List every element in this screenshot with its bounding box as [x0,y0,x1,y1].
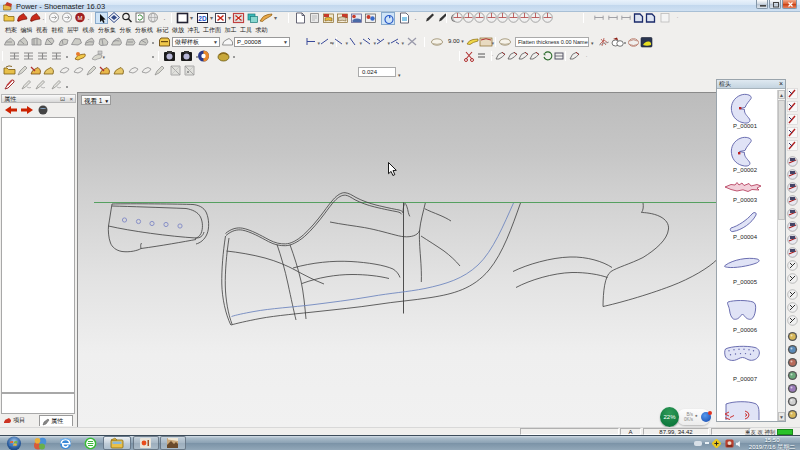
svg-text:2D: 2D [198,15,207,22]
svg-text:M: M [78,15,83,21]
